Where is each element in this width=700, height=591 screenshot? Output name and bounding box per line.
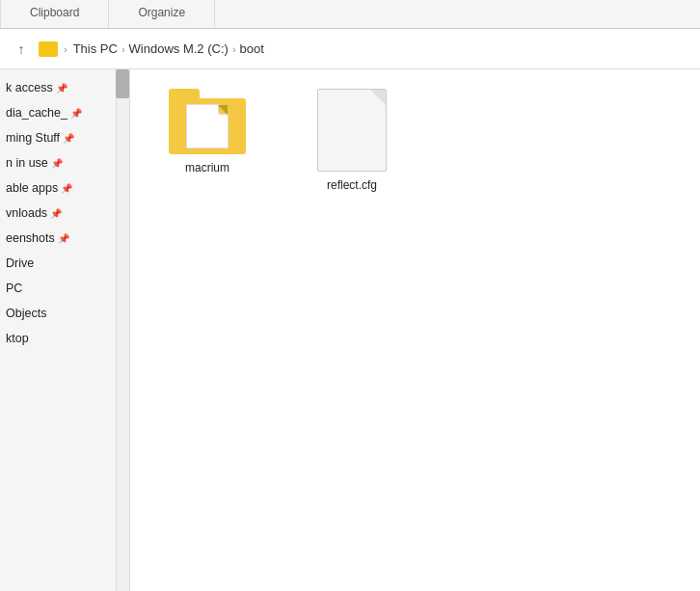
file-label-reflect: reflect.cfg (323, 177, 381, 193)
scrollbar-track[interactable] (116, 69, 129, 591)
sep-2: › (232, 43, 236, 55)
folder-label-macrium: macrium (181, 160, 233, 175)
sep-1: › (121, 43, 125, 55)
sidebar-item-7[interactable]: Drive (0, 251, 129, 276)
sidebar-item-1[interactable]: dia_cache_📌 (0, 100, 129, 125)
sidebar-item-9[interactable]: Objects (0, 301, 129, 326)
breadcrumb-drive[interactable]: Windows M.2 (C:) (129, 41, 229, 56)
file-fold (370, 90, 386, 105)
breadcrumb-boot[interactable]: boot (240, 41, 264, 56)
scrollbar-thumb[interactable] (116, 69, 129, 98)
breadcrumb: This PC › Windows M.2 (C:) › boot (73, 41, 264, 56)
file-icon-reflect (317, 89, 387, 172)
sidebar-item-8[interactable]: PC (0, 276, 129, 301)
ribbon-tabs: Clipboard Organize (0, 0, 700, 29)
file-item-reflect[interactable]: reflect.cfg (304, 89, 400, 193)
pin-icon: 📌 (70, 108, 82, 119)
sidebar-item-5[interactable]: vnloads📌 (0, 201, 129, 226)
pin-icon: 📌 (61, 183, 72, 194)
sidebar-item-0[interactable]: k access📌 (0, 75, 129, 100)
folder-body (169, 98, 246, 154)
sidebar-item-10[interactable]: ktop (0, 326, 129, 351)
folder-icon-small (39, 41, 58, 57)
folder-icon-macrium (169, 89, 246, 154)
tab-organize[interactable]: Organize (109, 0, 215, 28)
main-layout: k access📌dia_cache_📌ming Stuff📌n in use📌… (0, 69, 700, 591)
pin-icon: 📌 (51, 158, 63, 169)
sidebar-item-3[interactable]: n in use📌 (0, 150, 129, 175)
sidebar-item-6[interactable]: eenshots📌 (0, 226, 129, 251)
sidebar-items: k access📌dia_cache_📌ming Stuff📌n in use📌… (0, 69, 129, 357)
pin-icon: 📌 (58, 233, 69, 244)
pin-icon: 📌 (56, 83, 67, 94)
breadcrumb-sep-1: › (64, 43, 67, 55)
content-area: macrium reflect.cfg (130, 69, 700, 591)
address-bar: ↑ › This PC › Windows M.2 (C:) › boot (0, 29, 700, 69)
folder-doc (186, 104, 229, 148)
breadcrumb-thispc[interactable]: This PC (73, 41, 118, 56)
tab-clipboard[interactable]: Clipboard (0, 0, 109, 28)
sidebar-item-4[interactable]: able apps📌 (0, 175, 129, 201)
folder-item-macrium[interactable]: macrium (159, 89, 256, 175)
sidebar-item-2[interactable]: ming Stuff📌 (0, 125, 129, 150)
pin-icon: 📌 (63, 133, 74, 144)
pin-icon: 📌 (50, 208, 62, 219)
folder-doc-fold (218, 105, 228, 115)
up-button[interactable]: ↑ (10, 38, 33, 61)
sidebar: k access📌dia_cache_📌ming Stuff📌n in use📌… (0, 69, 130, 591)
